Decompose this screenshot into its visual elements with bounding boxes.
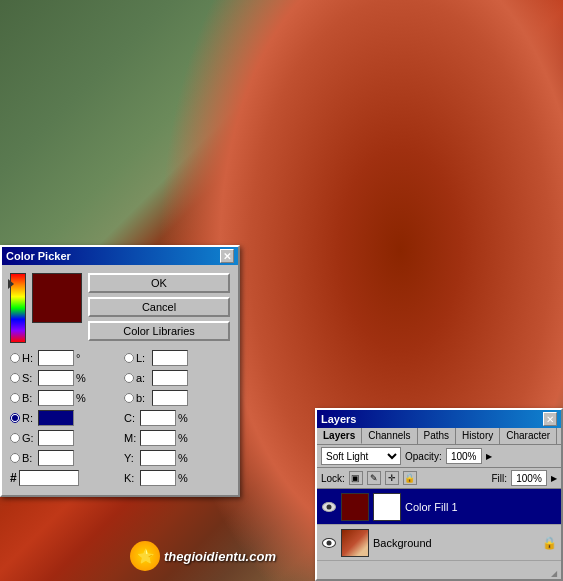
lock-all-icon[interactable]: 🔒	[403, 471, 417, 485]
brgb-label: B:	[22, 452, 36, 464]
layer-mask-thumb	[373, 493, 401, 521]
k-field-row: K: 53 %	[124, 469, 230, 487]
m-label: M:	[124, 432, 138, 444]
current-color-swatch[interactable]	[32, 273, 82, 323]
opacity-input[interactable]: 100%	[446, 448, 482, 464]
watermark: ⭐ thegioidientu.com	[130, 541, 276, 571]
dialog-titlebar: Color Picker ✕	[2, 247, 238, 265]
lock-row: Lock: ▣ ✎ ✛ 🔒 Fill: 100% ▶	[317, 468, 561, 489]
h-label: H:	[22, 352, 36, 364]
h-unit: °	[76, 352, 80, 364]
g-label: G:	[22, 432, 36, 444]
r-label: R:	[22, 412, 36, 424]
layer-visibility-toggle[interactable]	[321, 499, 337, 515]
s-radio[interactable]	[10, 373, 20, 383]
layer-bg-visibility-toggle[interactable]	[321, 535, 337, 551]
l-input[interactable]: 20	[152, 350, 188, 366]
r-radio[interactable]	[10, 413, 20, 423]
r-input[interactable]: 102	[38, 410, 74, 426]
k-unit: %	[178, 472, 188, 484]
m-field-row: M: 98 %	[124, 429, 230, 447]
s-unit: %	[76, 372, 86, 384]
brgb-field-row: B: 0	[10, 449, 116, 467]
b2-field-row: b: 31	[124, 389, 230, 407]
h-input[interactable]: 0	[38, 350, 74, 366]
color-picker-dialog: Color Picker ✕ OK Cancel Color Libraries	[0, 245, 240, 497]
l-field-row: L: 20	[124, 349, 230, 367]
layer-thumbnail-background	[341, 529, 369, 557]
layers-tabs: Layers Channels Paths History Character	[317, 428, 561, 445]
brgb-input[interactable]: 0	[38, 450, 74, 466]
lock-paint-icon[interactable]: ✎	[367, 471, 381, 485]
tab-history[interactable]: History	[456, 428, 500, 444]
opacity-label: Opacity:	[405, 451, 442, 462]
layers-controls: Soft Light Opacity: 100% ▶	[317, 445, 561, 468]
watermark-logo: ⭐	[130, 541, 160, 571]
tab-layers[interactable]: Layers	[317, 428, 362, 444]
tab-paths[interactable]: Paths	[418, 428, 457, 444]
watermark-text: thegioidientu.com	[164, 549, 276, 564]
hex-label: #	[10, 471, 17, 485]
color-libraries-button[interactable]: Color Libraries	[88, 321, 230, 341]
s-input[interactable]: 100	[38, 370, 74, 386]
opacity-dropdown-arrow[interactable]: ▶	[486, 452, 492, 461]
m-input[interactable]: 98	[140, 430, 176, 446]
layer-name-background: Background	[373, 537, 538, 549]
y-input[interactable]: 96	[140, 450, 176, 466]
buttons-area: OK Cancel Color Libraries	[88, 273, 230, 341]
r-field-row: R: 102	[10, 409, 116, 427]
l-label: L:	[136, 352, 150, 364]
b-field-row: B: 40 %	[10, 389, 116, 407]
b2-input[interactable]: 31	[152, 390, 188, 406]
dialog-close-button[interactable]: ✕	[220, 249, 234, 263]
hex-input[interactable]: 660000	[19, 470, 79, 486]
b2-label: b:	[136, 392, 150, 404]
panel-resize-handle[interactable]: ◢	[551, 569, 561, 579]
m-unit: %	[178, 432, 188, 444]
watermark-logo-icon: ⭐	[137, 548, 154, 564]
tab-channels[interactable]: Channels	[362, 428, 417, 444]
fill-dropdown-arrow[interactable]: ▶	[551, 474, 557, 483]
b-label: B:	[22, 392, 36, 404]
s-field-row: S: 100 %	[10, 369, 116, 387]
a-input[interactable]: 41	[152, 370, 188, 386]
layer-lock-icon: 🔒	[542, 536, 557, 550]
bfield-radio[interactable]	[10, 393, 20, 403]
brgb-radio[interactable]	[10, 453, 20, 463]
spectrum-bar[interactable]	[10, 273, 26, 343]
hex-row: # 660000	[10, 469, 116, 487]
g-radio[interactable]	[10, 433, 20, 443]
l-radio[interactable]	[124, 353, 134, 363]
b-input[interactable]: 40	[38, 390, 74, 406]
c-label: C:	[124, 412, 138, 424]
k-label: K:	[124, 472, 138, 484]
ok-button[interactable]: OK	[88, 273, 230, 293]
dialog-body: OK Cancel Color Libraries H: 0 ° L: 20	[2, 265, 238, 495]
cancel-button[interactable]: Cancel	[88, 297, 230, 317]
spectrum-indicator	[8, 279, 14, 289]
dialog-title: Color Picker	[6, 250, 71, 262]
fill-label: Fill:	[491, 473, 507, 484]
a-label: a:	[136, 372, 150, 384]
a-field-row: a: 41	[124, 369, 230, 387]
blend-mode-select[interactable]: Soft Light	[321, 447, 401, 465]
lock-transparency-icon[interactable]: ▣	[349, 471, 363, 485]
c-input[interactable]: 34	[140, 410, 176, 426]
b2-radio[interactable]	[124, 393, 134, 403]
layers-close-button[interactable]: ✕	[543, 412, 557, 426]
c-unit: %	[178, 412, 188, 424]
layers-tab-label: Layers	[321, 413, 356, 425]
a-radio[interactable]	[124, 373, 134, 383]
lock-position-icon[interactable]: ✛	[385, 471, 399, 485]
h-radio[interactable]	[10, 353, 20, 363]
lock-label: Lock:	[321, 473, 345, 484]
g-field-row: G: 0	[10, 429, 116, 447]
tab-character[interactable]: Character	[500, 428, 557, 444]
k-input[interactable]: 53	[140, 470, 176, 486]
fill-input[interactable]: 100%	[511, 470, 547, 486]
layer-item-background[interactable]: Background 🔒	[317, 525, 561, 561]
g-input[interactable]: 0	[38, 430, 74, 446]
swatch-area: OK Cancel Color Libraries	[10, 273, 230, 343]
layers-titlebar: Layers ✕	[317, 410, 561, 428]
layer-item-color-fill[interactable]: Color Fill 1	[317, 489, 561, 525]
